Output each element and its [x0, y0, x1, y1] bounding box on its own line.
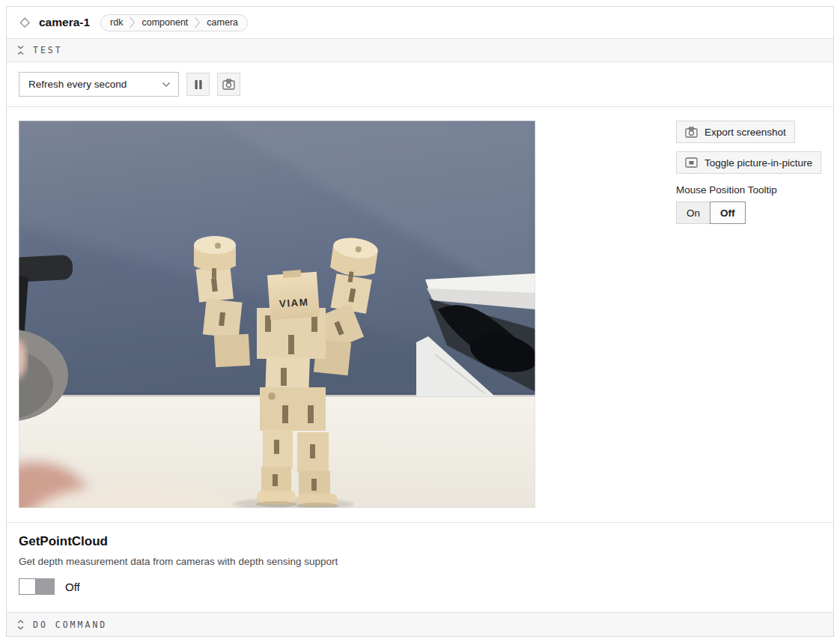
component-title: camera-1: [39, 16, 90, 29]
breadcrumb-item-component: component: [141, 17, 188, 28]
camera-component-card: camera-1 rdk component camera TEST Refre…: [6, 6, 834, 637]
refresh-rate-value: Refresh every second: [28, 79, 127, 90]
export-screenshot-button[interactable]: Export screenshot: [676, 121, 795, 143]
stream-controls: Refresh every second: [7, 62, 833, 107]
tooltip-toggle-group: On Off: [676, 202, 746, 224]
breadcrumb: rdk component camera: [100, 14, 248, 31]
tooltip-on-button[interactable]: On: [676, 202, 710, 224]
get-point-cloud-toggle[interactable]: [19, 578, 55, 595]
toggle-pip-button[interactable]: Toggle picture-in-picture: [676, 151, 821, 174]
toggle-knob: [19, 578, 36, 595]
camera-icon: [222, 79, 235, 90]
pause-stream-button[interactable]: [186, 73, 210, 96]
get-point-cloud-toggle-label: Off: [65, 581, 80, 593]
expand-icon: [16, 620, 25, 630]
toggle-pip-label: Toggle picture-in-picture: [704, 157, 812, 169]
mouse-position-tooltip-label: Mouse Position Tooltip: [676, 184, 777, 196]
do-command-section-header[interactable]: DO COMMAND: [7, 612, 833, 636]
breadcrumb-item-camera: camera: [207, 17, 238, 28]
camera-stream-image[interactable]: VIAM: [19, 121, 535, 508]
get-point-cloud-toggle-row: Off: [19, 578, 821, 595]
pause-icon: [194, 79, 203, 90]
test-section-header[interactable]: TEST: [7, 38, 833, 62]
breadcrumb-separator-icon: [129, 16, 136, 28]
export-screenshot-label: Export screenshot: [704, 127, 786, 138]
viam-logo-text: VIAM: [279, 297, 309, 310]
refresh-rate-select[interactable]: Refresh every second: [19, 72, 179, 97]
snapshot-button[interactable]: [217, 73, 240, 96]
stream-content: VIAM: [7, 107, 833, 522]
component-diamond-icon: [18, 16, 31, 29]
breadcrumb-separator-icon: [194, 16, 201, 28]
picture-in-picture-icon: [685, 157, 698, 168]
collapse-icon: [16, 45, 25, 55]
get-point-cloud-section: GetPointCloud Get depth measurement data…: [7, 522, 833, 612]
do-command-section-label: DO COMMAND: [33, 620, 107, 630]
tooltip-off-button[interactable]: Off: [710, 202, 746, 224]
test-section-label: TEST: [33, 45, 63, 55]
get-point-cloud-description: Get depth measurement data from cameras …: [19, 556, 821, 567]
stream-side-controls: Export screenshot Toggle picture-in-pict…: [676, 121, 821, 224]
chevron-down-icon: [162, 82, 171, 88]
component-header: camera-1 rdk component camera: [7, 7, 833, 38]
get-point-cloud-title: GetPointCloud: [19, 534, 821, 549]
breadcrumb-item-rdk: rdk: [110, 17, 123, 28]
camera-icon: [685, 127, 698, 138]
